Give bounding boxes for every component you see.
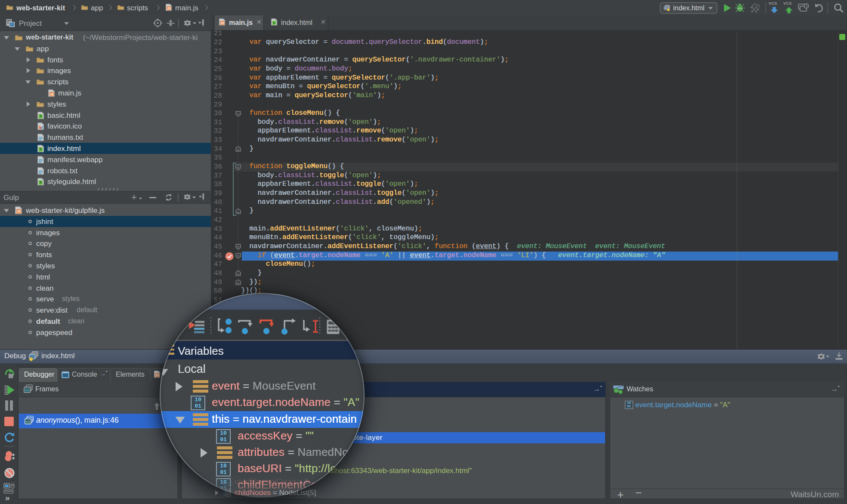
- svg-text:JS: JS: [155, 374, 159, 377]
- svg-text:JS: JS: [50, 92, 54, 96]
- svg-text:3: 3: [223, 494, 225, 497]
- svg-text:h: h: [273, 21, 275, 25]
- svg-text:h: h: [40, 147, 42, 151]
- svg-text:JS: JS: [220, 22, 224, 25]
- svg-text:<>: <>: [26, 420, 30, 424]
- svg-text:h: h: [40, 114, 42, 118]
- svg-text:h: h: [40, 181, 42, 185]
- svg-text:JS: JS: [17, 209, 21, 213]
- svg-text:JS: JS: [167, 7, 171, 10]
- svg-text:<>: <>: [25, 389, 29, 393]
